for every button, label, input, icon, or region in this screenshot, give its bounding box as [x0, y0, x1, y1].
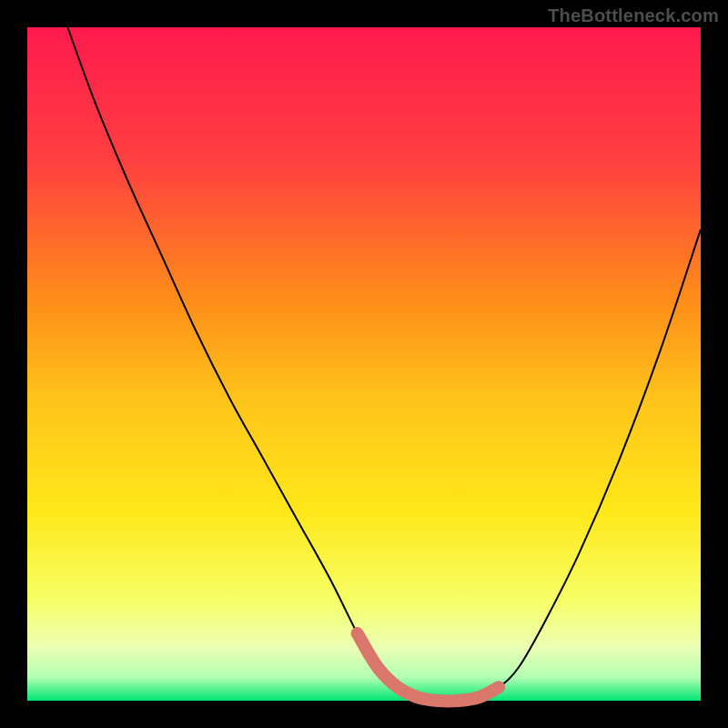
watermark-text: TheBottleneck.com — [548, 5, 719, 26]
gradient-background — [27, 27, 701, 701]
bottleneck-chart — [0, 0, 728, 728]
chart-frame: TheBottleneck.com — [0, 0, 728, 728]
